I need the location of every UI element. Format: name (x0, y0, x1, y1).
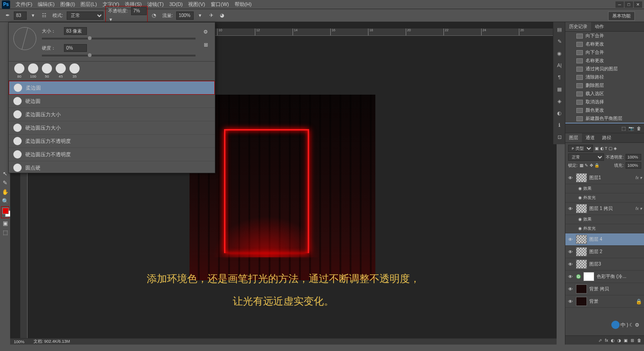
char-icon[interactable]: A| (555, 61, 564, 70)
flow-dropdown[interactable]: ▾ (196, 11, 205, 20)
brush-size-input[interactable] (64, 27, 87, 35)
layer-item[interactable]: 👁背景🔒 (565, 295, 644, 308)
camera-icon[interactable]: 📷 (628, 126, 634, 131)
brush-tool-icon[interactable]: ✒ (3, 11, 12, 20)
quickmask-icon[interactable]: ▣ (1, 219, 9, 227)
brush-hardness-input[interactable] (64, 44, 87, 52)
clone-icon[interactable]: ◉ (555, 49, 564, 58)
new-preset-icon[interactable]: ⊞ (201, 40, 210, 49)
zoom-tool[interactable]: 🔍 (1, 197, 9, 205)
brush-icon[interactable]: ✎ (555, 37, 564, 46)
trash-icon[interactable]: 🗑 (637, 126, 641, 131)
brush-panel-toggle[interactable]: ☷ (40, 11, 49, 20)
visibility-icon[interactable]: 👁 (567, 299, 574, 304)
history-item[interactable]: 清除路径 (565, 73, 644, 81)
layer-blend-select[interactable]: 正常 (568, 153, 604, 161)
screenmode-icon[interactable]: ⬚ (1, 228, 9, 237)
visibility-icon[interactable]: 👁 (567, 176, 574, 181)
layer-item[interactable]: 👁图层 4 (565, 233, 644, 246)
menu-编辑(E)[interactable]: 编辑(E) (35, 0, 58, 8)
layer-filter-icons[interactable]: ▣ ◐ T ▢ ◈ (595, 146, 617, 151)
styles-icon[interactable]: ◈ (555, 96, 564, 106)
visibility-icon[interactable]: 👁 (567, 237, 574, 242)
color-icon[interactable]: ◐ (555, 108, 564, 118)
layer-opacity-field[interactable] (626, 154, 641, 160)
history-item[interactable]: 删除图层 (565, 81, 644, 90)
fx-icon[interactable]: fx (605, 338, 608, 343)
tab-actions[interactable]: 动作 (591, 22, 608, 31)
brush-preset-80[interactable]: 80 (13, 63, 25, 79)
document-canvas[interactable] (190, 95, 375, 280)
tab-history[interactable]: 历史记录 (565, 22, 591, 31)
color-swatches[interactable] (1, 206, 9, 218)
brush-item[interactable]: 柔边圆压力不透明度 (9, 135, 215, 148)
pressure-opacity-icon[interactable]: ◔ (150, 11, 159, 20)
menu-窗口(W)[interactable]: 窗口(W) (208, 0, 232, 8)
menu-视图(V)[interactable]: 视图(V) (185, 0, 208, 8)
delete-layer-icon[interactable]: 🗑 (637, 338, 641, 343)
layer-item[interactable]: 👁图层 1 拷贝fx ▾ (565, 203, 644, 215)
layer-effect[interactable]: ◉ 效果 (565, 215, 644, 224)
gear-icon[interactable]: ⚙ (201, 27, 210, 36)
visibility-icon[interactable]: 👁 (567, 262, 574, 267)
visibility-icon[interactable]: 👁 (567, 287, 574, 292)
brush-preset-50[interactable]: 50 (41, 63, 53, 79)
layer-item[interactable]: 👁图层 2 (565, 246, 644, 258)
history-item[interactable]: 向下合并 (565, 48, 644, 57)
history-item[interactable]: 名称更改 (565, 40, 644, 48)
layer-filter-kind[interactable]: ᴘ 类型 (568, 145, 593, 152)
link-icon[interactable]: ⬀ (598, 338, 602, 343)
para-icon[interactable]: ¶ (555, 73, 564, 82)
layer-effect[interactable]: ◉ 效果 (565, 184, 644, 193)
zoom-level[interactable]: 100% (14, 340, 24, 344)
close-button[interactable]: ✕ (634, 1, 642, 8)
group-icon[interactable]: ▣ (624, 338, 628, 343)
minimize-button[interactable]: ─ (615, 1, 624, 8)
layer-item[interactable]: 👁♎色彩平衡 (冷... (565, 271, 644, 283)
lock-icons[interactable]: ▦ ✎ ✥ 🔒 (580, 163, 600, 168)
layer-item[interactable]: 👁背景 拷贝 (565, 283, 644, 295)
brush-size-field[interactable] (14, 11, 27, 20)
brush-preset-100[interactable]: 100 (27, 63, 39, 79)
brush-preset-picker[interactable]: ▾ (29, 11, 38, 20)
hist-icon[interactable]: ▤ (555, 25, 564, 34)
menu-3D(D)[interactable]: 3D(D) (167, 0, 185, 8)
menu-滤镜(T)[interactable]: 滤镜(T) (144, 0, 167, 8)
brush-item[interactable]: 圆点硬 (9, 161, 215, 173)
layer-effect[interactable]: ◉ 外发光 (565, 193, 644, 203)
brush-item[interactable]: 硬边圆压力不透明度 (9, 148, 215, 161)
info-icon[interactable]: ℹ (555, 120, 564, 130)
hand-tool[interactable]: ✋ (1, 188, 9, 196)
opacity-field[interactable] (131, 7, 147, 15)
menu-图层(L)[interactable]: 图层(L) (78, 0, 99, 8)
menu-文件(F)[interactable]: 文件(F) (13, 0, 35, 8)
snapshot-icon[interactable]: ⬚ (621, 126, 626, 131)
brush-preset-45[interactable]: 45 (55, 63, 67, 79)
adjustment-icon[interactable]: ◑ (617, 338, 621, 343)
history-item[interactable]: 向下合并 (565, 32, 644, 40)
ime-indicator[interactable]: 中⟩☾⚙ (611, 321, 639, 329)
tab-layers[interactable]: 图层 (565, 133, 582, 142)
layer-effect[interactable]: ◉ 外发光 (565, 224, 644, 233)
history-item[interactable]: 载入选区 (565, 90, 644, 98)
visibility-icon[interactable]: 👁 (567, 274, 574, 279)
brush-item[interactable]: 硬边圆 (9, 95, 215, 108)
new-layer-icon[interactable]: ⊞ (631, 338, 634, 343)
workspace-switcher[interactable]: 基本功能 (608, 11, 635, 21)
visibility-icon[interactable]: 👁 (567, 206, 574, 211)
brush-item[interactable]: 柔边圆压力大小 (9, 108, 215, 121)
brush-size-slider[interactable] (42, 38, 196, 40)
brush-item[interactable]: 硬边圆压力大小 (9, 121, 215, 135)
maximize-button[interactable]: □ (625, 1, 633, 8)
menu-帮助(H)[interactable]: 帮助(H) (232, 0, 254, 8)
mask-icon[interactable]: ◐ (611, 338, 615, 343)
history-item[interactable]: 名称更改 (565, 57, 644, 65)
brush-item[interactable]: 柔边圆 (9, 81, 215, 95)
fill-field[interactable] (626, 162, 641, 169)
path-tool[interactable]: ✎ (1, 179, 9, 187)
nav-icon[interactable]: ⊡ (555, 132, 564, 142)
history-item[interactable]: 通过拷贝的图层 (565, 65, 644, 73)
flow-field[interactable] (176, 11, 194, 20)
document-info[interactable]: 文档: 902.4K/6.13M (34, 339, 70, 345)
menu-图像(I)[interactable]: 图像(I) (58, 0, 78, 8)
